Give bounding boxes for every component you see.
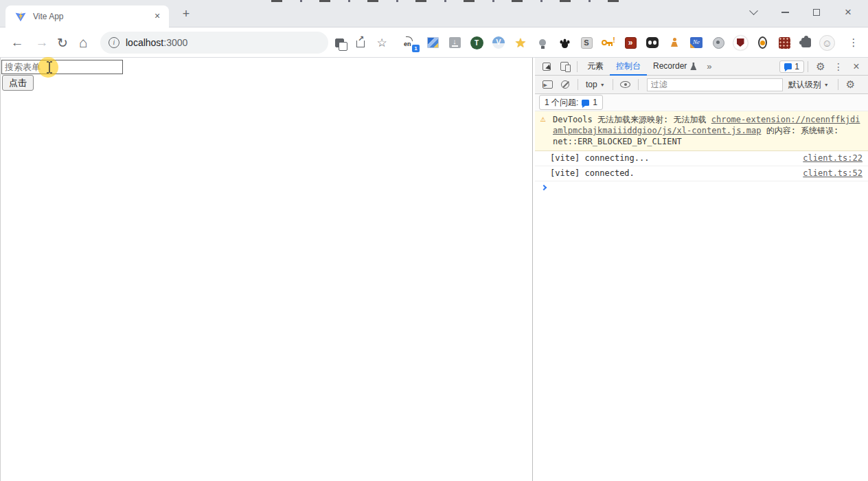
address-bar[interactable]: i localhost:3000 (100, 32, 328, 54)
context-selector[interactable]: top ▼ (582, 80, 609, 89)
tab-console[interactable]: 控制台 (610, 58, 647, 76)
experiment-flask-icon (690, 63, 696, 70)
bookmark-star-icon[interactable]: ☆ (371, 27, 393, 58)
reload-icon[interactable]: ↻ (51, 27, 74, 58)
search-input[interactable] (1, 60, 123, 74)
console-log-row: [vite] connected. client.ts:52 (535, 166, 868, 181)
console-sidebar-icon[interactable]: ▶ (538, 76, 556, 93)
key-extension-icon[interactable]: ! (597, 27, 619, 58)
site-info-icon[interactable]: i (108, 37, 119, 48)
profile-avatar[interactable]: ☺ (819, 35, 835, 51)
back-icon[interactable]: ← (5, 27, 29, 58)
issues-button[interactable]: 1 个问题: 1 (539, 95, 603, 110)
tab-elements[interactable]: 元素 (581, 58, 610, 76)
minimize-icon[interactable] (769, 1, 801, 23)
shield-t-extension-icon[interactable]: T (466, 27, 488, 58)
red-pattern-extension-icon[interactable] (773, 27, 795, 58)
divider (577, 61, 578, 72)
devtools-menu-icon[interactable]: ⋮ (830, 58, 847, 75)
fast-forward-extension-icon[interactable]: » (619, 27, 641, 58)
console-settings-icon[interactable]: ⚙ (842, 76, 860, 93)
maximize-icon[interactable] (801, 1, 832, 23)
click-button[interactable]: 点击 (2, 75, 34, 91)
issues-bubble-icon (784, 63, 792, 69)
ublock-origin-extension-icon[interactable] (729, 27, 751, 58)
forward-icon[interactable]: → (30, 27, 54, 58)
dark-dots-extension-icon[interactable] (641, 27, 663, 58)
divider (613, 79, 613, 90)
url-text: localhost:3000 (126, 37, 187, 48)
devtools-tabbar: 元素 控制台 Recorder » 1 ⚙ ⋮ × (535, 58, 868, 76)
devtools-settings-icon[interactable]: ⚙ (812, 58, 830, 75)
gnome-foot-extension-icon[interactable] (553, 27, 575, 58)
translate-icon[interactable] (328, 27, 350, 58)
puzzle-extensions-icon[interactable] (795, 27, 817, 58)
pixel-art-extension-icon[interactable] (422, 27, 444, 58)
share-icon[interactable] (350, 27, 372, 58)
browser-toolbar: ← → ↻ ⌂ i localhost:3000 ☆ en 1 ↓ T V ★ … (0, 27, 868, 58)
ne-extension-icon[interactable]: Ne (685, 27, 707, 58)
divider (638, 79, 639, 90)
console-log-row: [vite] connecting... client.ts:22 (535, 151, 868, 166)
source-link[interactable]: client.ts:22 (803, 153, 863, 164)
devtools-panel: 元素 控制台 Recorder » 1 ⚙ ⋮ × ▶ top ▼ 默认级别 ▼ (535, 58, 868, 481)
lightbulb-extension-icon[interactable] (532, 27, 553, 58)
console-filter-input[interactable] (647, 78, 783, 91)
devtools-resize-handle[interactable] (532, 58, 533, 481)
oval-dot-extension-icon[interactable] (751, 27, 773, 58)
window-close-icon[interactable]: × (832, 1, 864, 23)
background-window-sliver (271, 0, 625, 2)
issues-counter[interactable]: 1 (779, 60, 804, 73)
download-extension-icon[interactable]: ↓ (444, 27, 466, 58)
browser-menu-icon[interactable]: ⋮ (843, 27, 864, 58)
console-warning-message: ⚠ DevTools 无法加载来源映射: 无法加载 chrome-extensi… (535, 111, 868, 151)
issues-bubble-icon (582, 100, 589, 106)
tab-close-icon[interactable]: × (151, 10, 163, 23)
home-icon[interactable]: ⌂ (71, 27, 95, 58)
person-extension-icon[interactable] (663, 27, 685, 58)
film-reel-extension-icon[interactable] (707, 27, 729, 58)
devtools-close-icon[interactable]: × (847, 58, 865, 75)
new-tab-button[interactable]: + (177, 7, 195, 22)
issues-infobar: 1 个问题: 1 (535, 94, 868, 111)
chevron-down-icon: ▼ (600, 82, 605, 87)
warning-triangle-icon: ⚠ (540, 113, 546, 124)
prompt-chevron-icon (541, 185, 547, 190)
console-prompt[interactable] (535, 181, 868, 190)
divider (578, 79, 578, 90)
device-toolbar-icon[interactable] (556, 58, 573, 75)
browser-tab[interactable]: Vite App × (5, 5, 169, 27)
console-toolbar: ▶ top ▼ 默认级别 ▼ ⚙ (535, 76, 868, 94)
more-tabs-icon[interactable]: » (703, 61, 716, 71)
live-expression-eye-icon[interactable] (617, 76, 635, 93)
tab-search-icon[interactable] (738, 1, 769, 23)
chevron-down-icon: ▼ (824, 82, 829, 87)
star-extension-icon[interactable]: ★ (510, 27, 532, 58)
v-circle-extension-icon[interactable]: V (488, 27, 510, 58)
extensions-row: en 1 ↓ T V ★ S ! » Ne (400, 27, 817, 58)
titlebar: Vite App × + × (0, 0, 868, 27)
log-levels-selector[interactable]: 默认级别 ▼ (783, 79, 834, 91)
translate-badge: 1 (412, 45, 420, 52)
divider (808, 61, 808, 72)
window-controls: × (738, 0, 864, 25)
page-content: 点击 (0, 58, 532, 481)
inspect-element-icon[interactable] (538, 58, 556, 75)
clear-console-icon[interactable] (556, 76, 574, 93)
source-link[interactable]: client.ts:52 (803, 168, 863, 179)
divider (838, 79, 838, 90)
tab-title: Vite App (33, 12, 151, 21)
s-square-extension-icon[interactable]: S (575, 27, 597, 58)
tab-recorder[interactable]: Recorder (647, 58, 703, 76)
vite-logo-icon (15, 11, 26, 22)
translate-extension-icon[interactable]: en 1 (400, 27, 422, 58)
